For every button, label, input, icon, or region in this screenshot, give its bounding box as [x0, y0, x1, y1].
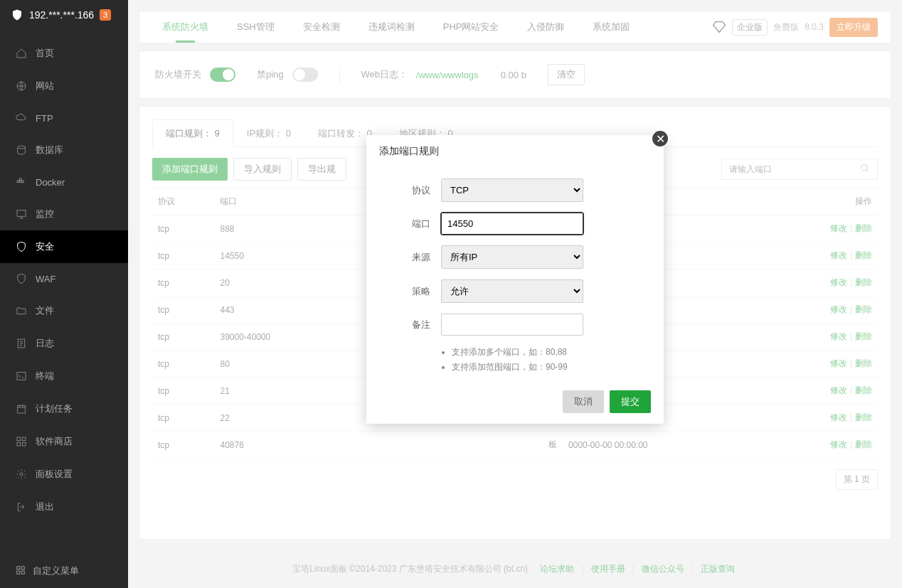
add-port-modal: ✕ 添加端口规则 协议 TCP 端口 来源 所有IP: [366, 135, 664, 424]
close-icon[interactable]: ✕: [651, 129, 669, 148]
nav-label: 数据库: [36, 144, 63, 156]
nav-label: 文件: [36, 304, 54, 317]
source-select[interactable]: 所有IP: [441, 245, 583, 269]
notification-badge[interactable]: 3: [100, 9, 111, 21]
svg-rect-3: [19, 181, 21, 183]
svg-rect-9: [18, 405, 26, 413]
apps-icon: [16, 436, 27, 447]
nav-shield[interactable]: 安全: [0, 230, 128, 263]
proto-label: 协议: [395, 184, 430, 197]
modal-overlay: ✕ 添加端口规则 协议 TCP 端口 来源 所有IP: [128, 0, 902, 588]
hints: 支持添加多个端口，如：80,88支持添加范围端口，如：90-99: [395, 346, 635, 373]
nav-label: 网站: [36, 80, 54, 92]
proto-select[interactable]: TCP: [441, 178, 583, 202]
svg-rect-10: [17, 437, 21, 441]
home-icon: [16, 48, 27, 59]
server-ip: 192.***.***.166: [29, 9, 94, 21]
nav-monitor[interactable]: 监控: [0, 198, 128, 230]
nav-label: FTP: [36, 113, 53, 124]
nav-terminal[interactable]: 终端: [0, 360, 128, 392]
svg-rect-12: [17, 442, 21, 446]
svg-rect-6: [17, 210, 26, 217]
submit-button[interactable]: 提交: [610, 390, 651, 413]
main: 系统防火墙SSH管理安全检测违规词检测PHP网站安全入侵防御系统加固企业版免费版…: [128, 0, 902, 588]
svg-rect-11: [22, 437, 26, 441]
nav-label: WAF: [36, 274, 55, 284]
waf-icon: [16, 273, 27, 284]
nav-label: 终端: [36, 370, 54, 383]
svg-rect-2: [17, 181, 19, 183]
monitor-icon: [16, 208, 27, 220]
nav-docker[interactable]: Docker: [0, 166, 128, 198]
nav-label: 面板设置: [36, 468, 73, 481]
nav-home[interactable]: 首页: [0, 37, 128, 70]
port-input[interactable]: [441, 213, 583, 235]
nav-label: 日志: [36, 337, 54, 350]
grid-icon: [16, 565, 26, 577]
note-input[interactable]: [441, 314, 583, 336]
database-icon: [16, 144, 27, 156]
sidebar: 192.***.***.166 3 首页网站FTP数据库Docker监控安全WA…: [0, 0, 128, 588]
nav: 首页网站FTP数据库Docker监控安全WAF文件日志终端计划任务软件商店面板设…: [0, 30, 128, 554]
settings-icon: [16, 469, 27, 480]
nav-label: Docker: [36, 177, 65, 188]
logout-icon: [16, 501, 27, 513]
policy-label: 策略: [395, 285, 430, 298]
svg-rect-13: [22, 442, 26, 446]
nav-label: 首页: [36, 47, 54, 60]
shield-icon: [16, 241, 27, 252]
nav-database[interactable]: 数据库: [0, 134, 128, 166]
svg-rect-17: [17, 571, 20, 574]
nav-globe[interactable]: 网站: [0, 70, 128, 102]
svg-rect-16: [21, 566, 24, 569]
svg-rect-18: [21, 571, 24, 574]
svg-point-1: [18, 146, 26, 149]
globe-icon: [16, 80, 27, 92]
docker-icon: [16, 176, 27, 188]
nav-label: 软件商店: [36, 435, 73, 448]
nav-settings[interactable]: 面板设置: [0, 458, 128, 491]
svg-rect-8: [17, 373, 26, 380]
folder-icon: [16, 305, 27, 316]
svg-rect-15: [17, 566, 20, 569]
nav-label: 安全: [36, 240, 54, 253]
source-label: 来源: [395, 251, 430, 264]
nav-cloud[interactable]: FTP: [0, 102, 128, 134]
terminal-icon: [16, 370, 27, 382]
nav-apps[interactable]: 软件商店: [0, 425, 128, 458]
svg-rect-4: [22, 181, 24, 183]
policy-select[interactable]: 允许: [441, 279, 583, 303]
nav-label: 计划任务: [36, 402, 73, 415]
modal-title: 添加端口规则: [366, 135, 664, 168]
nav-waf[interactable]: WAF: [0, 263, 128, 294]
cloud-icon: [16, 112, 27, 124]
nav-logout[interactable]: 退出: [0, 491, 128, 523]
shield-icon: [11, 9, 23, 21]
cancel-button[interactable]: 取消: [563, 390, 604, 413]
sidebar-header: 192.***.***.166 3: [0, 0, 128, 30]
nav-label: 监控: [36, 208, 54, 220]
log-icon: [16, 338, 27, 349]
nav-label: 退出: [36, 501, 54, 513]
nav-log[interactable]: 日志: [0, 327, 128, 360]
custom-menu[interactable]: 自定义菜单: [0, 554, 128, 588]
port-label: 端口: [395, 218, 430, 230]
nav-folder[interactable]: 文件: [0, 294, 128, 327]
nav-calendar[interactable]: 计划任务: [0, 392, 128, 425]
note-label: 备注: [395, 319, 430, 331]
calendar-icon: [16, 403, 27, 415]
svg-rect-5: [19, 178, 21, 181]
svg-point-14: [20, 473, 23, 476]
